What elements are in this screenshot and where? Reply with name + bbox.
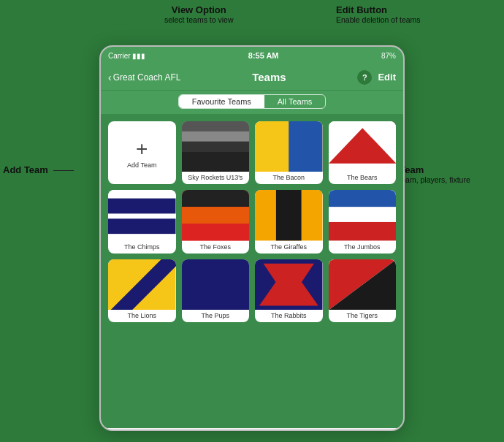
tigers-flag — [329, 259, 397, 310]
team-card-lions[interactable]: The Lions — [108, 259, 176, 322]
bears-flag — [329, 121, 397, 172]
rabbits-flag — [255, 259, 323, 310]
team-name-bacon: The Bacon — [271, 172, 306, 184]
team-name-bears: The Bears — [345, 172, 379, 184]
svg-rect-10 — [108, 199, 176, 214]
team-name-foxes: The Foxes — [198, 241, 232, 254]
battery-label: 87% — [381, 52, 396, 60]
svg-rect-1 — [182, 121, 250, 132]
add-team-annotation: Add Team — [3, 164, 74, 175]
edit-button[interactable]: Edit — [378, 72, 396, 83]
edit-button-annotation: Edit Button Enable deletion of teams — [336, 4, 421, 24]
add-icon: + — [136, 139, 148, 159]
svg-rect-17 — [276, 190, 302, 240]
team-card-giraffes[interactable]: The Giraffes — [255, 190, 323, 253]
segment-bar: Favourite Teams All Teams — [101, 91, 403, 114]
help-button[interactable]: ? — [357, 70, 372, 85]
team-name-pups: The Pups — [199, 310, 231, 322]
svg-rect-20 — [329, 222, 397, 240]
svg-rect-19 — [329, 190, 397, 207]
team-card-jumbos[interactable]: The Jumbos — [329, 190, 397, 253]
lions-flag — [108, 259, 176, 310]
team-grid: + Add Team Sky Rockets U13's — [108, 121, 396, 322]
view-option-annotation: View Option select teams to view — [164, 4, 234, 24]
svg-rect-2 — [182, 132, 250, 142]
add-team-label: Add Team — [126, 159, 158, 172]
team-card-rabbits[interactable]: The Rabbits — [255, 259, 323, 322]
team-name-tigers: The Tigers — [345, 310, 379, 322]
back-chevron-icon: ‹ — [108, 72, 112, 83]
navigation-bar: ‹ Great Coach AFL Teams ? Edit — [101, 64, 403, 91]
segment-control: Favourite Teams All Teams — [178, 94, 327, 109]
team-card-pups[interactable]: The Pups — [182, 259, 250, 322]
nav-right-controls: ? Edit — [357, 70, 396, 85]
jumbos-flag — [329, 190, 397, 240]
svg-rect-3 — [182, 142, 250, 152]
bacon-flag — [255, 121, 323, 172]
team-name-chimps: The Chimps — [123, 241, 161, 254]
nav-title: Teams — [252, 71, 286, 83]
back-button[interactable]: ‹ Great Coach AFL — [108, 72, 180, 83]
svg-rect-23 — [182, 259, 250, 310]
team-card-chimps[interactable]: The Chimps — [108, 190, 176, 253]
device-frame: Carrier ▮▮▮ 8:55 AM 87% ‹ Great Coach AF… — [99, 45, 405, 431]
sky-rockets-flag — [182, 121, 250, 172]
giraffes-flag — [255, 190, 323, 240]
team-name-jumbos: The Jumbos — [343, 241, 382, 254]
team-name-rabbits: The Rabbits — [270, 310, 308, 322]
segment-favourite-teams[interactable]: Favourite Teams — [179, 95, 264, 108]
svg-rect-4 — [182, 152, 250, 172]
carrier-label: Carrier ▮▮▮ — [108, 52, 145, 60]
svg-rect-13 — [182, 190, 250, 207]
segment-all-teams[interactable]: All Teams — [264, 95, 325, 108]
add-team-card[interactable]: + Add Team — [108, 121, 176, 184]
team-card-bears[interactable]: The Bears — [329, 121, 397, 184]
back-label: Great Coach AFL — [113, 72, 181, 83]
team-name-lions: The Lions — [126, 310, 158, 322]
svg-rect-6 — [289, 121, 322, 172]
pups-flag — [182, 259, 250, 310]
svg-rect-14 — [182, 207, 250, 224]
team-card-foxes[interactable]: The Foxes — [182, 190, 250, 253]
team-card-sky-rockets[interactable]: Sky Rockets U13's — [182, 121, 250, 184]
team-name-giraffes: The Giraffes — [270, 241, 308, 254]
team-card-tigers[interactable]: The Tigers — [329, 259, 397, 322]
content-area: + Add Team Sky Rockets U13's — [101, 114, 403, 428]
team-name-sky-rockets: Sky Rockets U13's — [186, 172, 244, 184]
svg-rect-15 — [182, 224, 250, 241]
foxes-flag — [182, 190, 250, 240]
chimps-flag — [108, 190, 176, 240]
time-label: 8:55 AM — [248, 51, 279, 60]
svg-rect-11 — [108, 219, 176, 235]
status-bar: Carrier ▮▮▮ 8:55 AM 87% — [101, 47, 403, 64]
team-card-bacon[interactable]: The Bacon — [255, 121, 323, 184]
